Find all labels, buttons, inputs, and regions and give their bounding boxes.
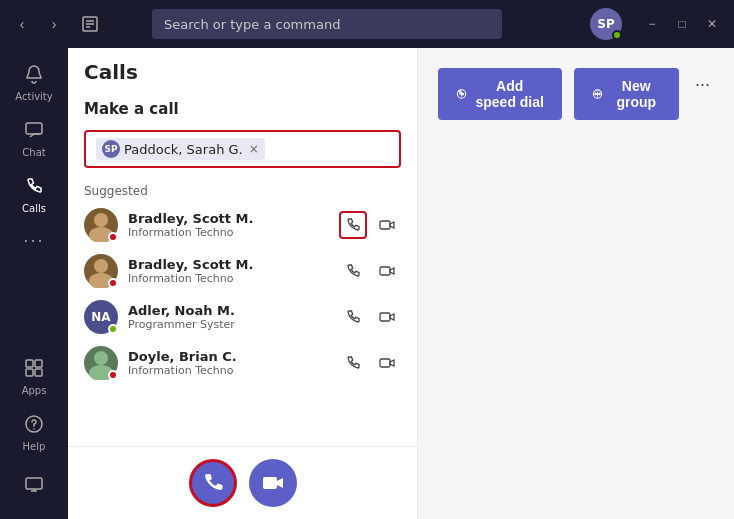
contact-name: Bradley, Scott M. xyxy=(128,257,329,272)
svg-point-17 xyxy=(94,259,108,273)
sidebar-item-activity[interactable]: Activity xyxy=(8,56,60,110)
contact-tag-name: Paddock, Sarah G. xyxy=(124,142,243,157)
svg-rect-19 xyxy=(380,267,390,275)
contact-list: Bradley, Scott M. Information Techno xyxy=(68,202,417,446)
calls-panel: Calls Make a call SP Paddock, Sarah G. ×… xyxy=(68,48,418,519)
close-button[interactable]: ✕ xyxy=(698,10,726,38)
svg-point-21 xyxy=(94,351,108,365)
svg-rect-4 xyxy=(26,123,42,134)
avatar-initials: SP xyxy=(597,17,614,31)
contact-name: Adler, Noah M. xyxy=(128,303,329,318)
make-video-call-button[interactable] xyxy=(249,459,297,507)
more-icon: ··· xyxy=(23,232,44,251)
svg-rect-24 xyxy=(263,477,277,489)
sidebar-item-device[interactable] xyxy=(8,466,60,509)
status-dot-busy xyxy=(108,370,118,380)
video-call-button[interactable] xyxy=(373,303,401,331)
activity-label: Activity xyxy=(15,91,52,102)
minimize-button[interactable]: − xyxy=(638,10,666,38)
call-bottom-bar xyxy=(68,446,417,519)
svg-rect-6 xyxy=(35,360,42,367)
contact-name: Doyle, Brian C. xyxy=(128,349,329,364)
panel-title: Calls xyxy=(68,48,417,92)
list-item[interactable]: NA Adler, Noah M. Programmer Syster xyxy=(68,294,417,340)
chat-icon xyxy=(24,120,44,145)
avatar-area: SP xyxy=(590,8,622,40)
contact-actions xyxy=(339,211,401,239)
contact-name: Bradley, Scott M. xyxy=(128,211,329,226)
svg-rect-5 xyxy=(26,360,33,367)
svg-rect-16 xyxy=(380,221,390,229)
nav-controls: ‹ › xyxy=(8,10,68,38)
avatar xyxy=(84,208,118,242)
search-bar[interactable]: Search or type a command xyxy=(152,9,502,39)
device-icon xyxy=(24,474,44,499)
content-actions: Add speed dial New group ··· xyxy=(438,68,714,120)
add-speed-dial-button[interactable]: Add speed dial xyxy=(438,68,562,120)
calls-label: Calls xyxy=(22,203,46,214)
sidebar: Activity Chat Calls ··· xyxy=(0,48,68,519)
help-icon xyxy=(24,414,44,439)
contact-role: Information Techno xyxy=(128,226,329,239)
phone-call-button[interactable] xyxy=(339,211,367,239)
sidebar-item-calls[interactable]: Calls xyxy=(8,168,60,222)
list-item[interactable]: Bradley, Scott M. Information Techno xyxy=(68,248,417,294)
sidebar-item-more[interactable]: ··· xyxy=(8,224,60,261)
contact-info: Adler, Noah M. Programmer Syster xyxy=(128,303,329,331)
content-area: Add speed dial New group ··· xyxy=(418,48,734,519)
avatar xyxy=(84,254,118,288)
maximize-button[interactable]: □ xyxy=(668,10,696,38)
chat-label: Chat xyxy=(22,147,45,158)
new-group-button[interactable]: New group xyxy=(574,68,679,120)
video-call-button[interactable] xyxy=(373,257,401,285)
contact-role: Information Techno xyxy=(128,272,329,285)
search-contact-box[interactable]: SP Paddock, Sarah G. × xyxy=(84,130,401,168)
sidebar-item-help[interactable]: Help xyxy=(8,406,60,460)
contact-info: Bradley, Scott M. Information Techno xyxy=(128,257,329,285)
contact-actions xyxy=(339,257,401,285)
contact-actions xyxy=(339,303,401,331)
contact-actions xyxy=(339,349,401,377)
more-options-icon: ··· xyxy=(695,74,710,95)
video-call-button[interactable] xyxy=(373,349,401,377)
contact-tag-close[interactable]: × xyxy=(249,142,259,156)
calls-icon xyxy=(24,176,44,201)
contact-info: Bradley, Scott M. Information Techno xyxy=(128,211,329,239)
user-avatar[interactable]: SP xyxy=(590,8,622,40)
window-controls: − □ ✕ xyxy=(638,10,726,38)
apps-label: Apps xyxy=(22,385,47,396)
avatar-status-badge xyxy=(612,30,622,40)
make-phone-call-button[interactable] xyxy=(189,459,237,507)
list-item[interactable]: Doyle, Brian C. Information Techno xyxy=(68,340,417,386)
phone-call-button[interactable] xyxy=(339,303,367,331)
add-speed-dial-label: Add speed dial xyxy=(475,78,544,110)
list-item[interactable]: Bradley, Scott M. Information Techno xyxy=(68,202,417,248)
contact-tag: SP Paddock, Sarah G. × xyxy=(96,138,265,160)
svg-rect-23 xyxy=(380,359,390,367)
suggested-label: Suggested xyxy=(68,176,417,202)
contact-info: Doyle, Brian C. Information Techno xyxy=(128,349,329,377)
search-placeholder: Search or type a command xyxy=(164,17,340,32)
forward-button[interactable]: › xyxy=(40,10,68,38)
make-call-title: Make a call xyxy=(68,92,417,126)
phone-call-button[interactable] xyxy=(339,257,367,285)
apps-icon xyxy=(24,358,44,383)
contact-tag-initials: SP xyxy=(102,140,120,158)
help-label: Help xyxy=(23,441,46,452)
avatar: NA xyxy=(84,300,118,334)
back-button[interactable]: ‹ xyxy=(8,10,36,38)
sidebar-item-apps[interactable]: Apps xyxy=(8,350,60,404)
avatar xyxy=(84,346,118,380)
compose-button[interactable] xyxy=(76,10,104,38)
new-group-label: New group xyxy=(611,78,661,110)
svg-rect-11 xyxy=(26,478,42,489)
svg-point-28 xyxy=(598,93,601,96)
phone-call-button[interactable] xyxy=(339,349,367,377)
sidebar-item-chat[interactable]: Chat xyxy=(8,112,60,166)
activity-icon xyxy=(24,64,44,89)
svg-rect-20 xyxy=(380,313,390,321)
status-dot-busy xyxy=(108,278,118,288)
contact-role: Programmer Syster xyxy=(128,318,329,331)
more-options-button[interactable]: ··· xyxy=(691,68,714,100)
video-call-button[interactable] xyxy=(373,211,401,239)
